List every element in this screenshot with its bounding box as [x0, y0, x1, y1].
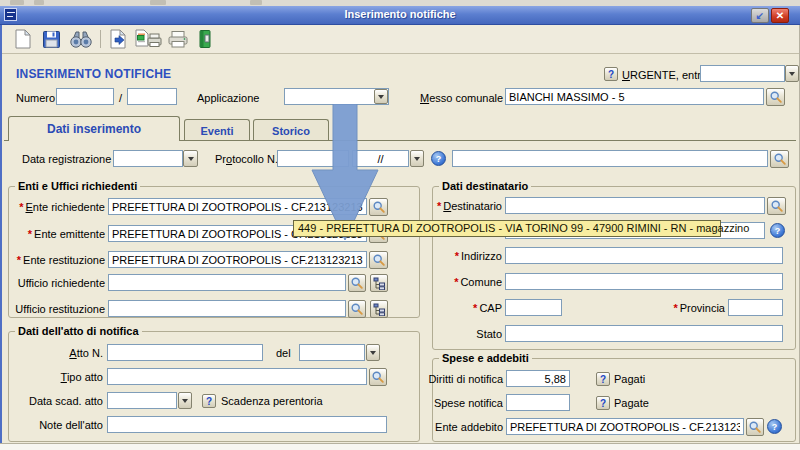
ente-emittente-label: *Ente emittente [10, 228, 105, 240]
close-window-button[interactable]: ✕ [771, 8, 789, 23]
data-scad-atto-field[interactable] [107, 392, 177, 409]
spese-notifica-field[interactable] [506, 394, 570, 411]
restore-window-button[interactable]: ↙ [751, 8, 769, 23]
tipo-atto-search-button[interactable] [369, 368, 387, 386]
group-title: Enti e Uffici richiedenti [15, 180, 140, 192]
search-icon [748, 420, 762, 434]
window: Inserimento notifiche ↙ ✕ INSERIMENTO NO… [0, 0, 800, 450]
tipo-atto-field[interactable] [107, 368, 367, 385]
numero-field[interactable] [56, 88, 114, 105]
messo-comunale-search-button[interactable] [766, 88, 785, 106]
chevron-down-icon [188, 157, 194, 164]
data-scad-dropdown-button[interactable] [178, 392, 192, 409]
indirizzo-field[interactable] [505, 247, 783, 264]
ufficio-restituzione-field[interactable] [108, 300, 346, 317]
data-registrazione-field[interactable] [113, 150, 183, 167]
cap-label: *CAP [425, 302, 502, 314]
page-title: INSERIMENTO NOTIFICHE [16, 67, 171, 81]
ente-addebito-field[interactable] [506, 418, 744, 435]
atto-del-field[interactable] [299, 344, 365, 361]
required-asterisk: * [17, 254, 21, 266]
note-atto-field[interactable] [107, 416, 387, 433]
cap-field[interactable] [505, 299, 562, 316]
help-icon: ? [206, 396, 212, 407]
scadenza-perentoria-label: Scadenza perentoria [221, 395, 323, 407]
data-scad-atto-label: Data scad. atto [8, 395, 103, 407]
scadenza-perentoria-checkbox[interactable]: ? [202, 394, 216, 408]
background-icon-fragment [150, 0, 166, 5]
del-label: del [276, 347, 291, 359]
indirizzo-label: *Indirizzo [425, 250, 502, 262]
applicazione-dropdown-button[interactable] [374, 89, 388, 104]
binoculars-icon [68, 29, 94, 49]
provincia-label: *Provincia [640, 302, 725, 314]
diritti-notifica-field[interactable] [506, 370, 570, 387]
ente-addebito-search-button[interactable] [746, 418, 764, 436]
protocollo-descrizione-field[interactable] [452, 150, 768, 167]
protocollo-data-dropdown-button[interactable] [410, 150, 424, 167]
archive-binder-icon [197, 29, 213, 49]
print-button[interactable] [165, 27, 191, 51]
group-title: Dati dell'atto di notifica [15, 325, 142, 337]
tab-eventi[interactable]: Eventi [184, 119, 250, 141]
required-asterisk: * [455, 250, 459, 262]
protocollo-search-button[interactable] [770, 150, 789, 168]
comune-field[interactable] [505, 273, 783, 290]
search-icon [773, 152, 787, 166]
urgente-date-dropdown-button[interactable] [785, 65, 799, 82]
destinatario-field[interactable] [505, 197, 765, 214]
pagate-checkbox[interactable]: ? [596, 396, 610, 410]
toolbar-separator [100, 30, 101, 48]
help-icon: ? [772, 422, 778, 432]
ente-restituzione-search-button[interactable] [369, 251, 388, 269]
ufficio-richiedente-field[interactable] [108, 274, 346, 291]
destinatario-help-button[interactable]: ? [770, 223, 785, 238]
destinatario-search-button[interactable] [767, 197, 786, 215]
chevron-down-icon [378, 95, 384, 102]
messo-comunale-field[interactable] [505, 88, 764, 105]
print-preview-button[interactable] [133, 27, 165, 51]
atto-del-dropdown-button[interactable] [366, 344, 380, 361]
pagate-label: Pagate [614, 397, 649, 409]
numero-anno-field[interactable] [127, 88, 177, 105]
urgente-help-button[interactable]: ? [604, 67, 618, 81]
required-asterisk: * [19, 201, 23, 213]
help-icon: ? [608, 69, 614, 80]
diritti-notifica-label: Diritti di notifica [420, 373, 503, 385]
tipo-atto-label: Tipo atto [8, 371, 103, 383]
urgente-date-field[interactable] [700, 65, 785, 82]
search-icon [770, 199, 784, 213]
pagati-checkbox[interactable]: ? [596, 372, 610, 386]
tab-label: Storico [272, 125, 310, 137]
ufficio-richiedente-tree-button[interactable] [370, 274, 388, 292]
background-icon-fragment [10, 0, 24, 5]
new-document-button[interactable] [10, 27, 36, 51]
tab-label: Eventi [200, 125, 233, 137]
ufficio-restituzione-tree-button[interactable] [370, 300, 388, 318]
required-asterisk: * [28, 228, 32, 240]
ufficio-restituzione-label: Ufficio restituzione [10, 303, 105, 315]
required-asterisk: * [673, 302, 677, 314]
data-registrazione-dropdown-button[interactable] [183, 150, 198, 167]
required-asterisk: * [454, 276, 458, 288]
group-title: Dati destinatario [439, 180, 531, 192]
ente-restituzione-field[interactable] [108, 251, 367, 268]
save-button[interactable] [38, 27, 64, 51]
hierarchy-icon [373, 277, 386, 290]
required-asterisk: * [473, 302, 477, 314]
tab-dati-inserimento[interactable]: Dati inserimento [8, 116, 180, 141]
stato-field[interactable] [505, 325, 783, 342]
archive-button[interactable] [192, 27, 218, 51]
destinatario-label: *Destinatario [425, 200, 502, 212]
protocollo-help-button[interactable]: ? [431, 151, 446, 166]
provincia-field[interactable] [728, 299, 783, 316]
toolbar [0, 25, 800, 54]
ente-addebito-help-button[interactable]: ? [767, 419, 782, 434]
help-icon: ? [775, 226, 781, 236]
find-button[interactable] [66, 27, 96, 51]
import-document-button[interactable] [105, 27, 131, 51]
ufficio-restituzione-search-button[interactable] [348, 300, 366, 318]
ufficio-richiedente-search-button[interactable] [348, 274, 366, 292]
chevron-down-icon [414, 157, 420, 164]
atto-n-field[interactable] [107, 344, 263, 361]
